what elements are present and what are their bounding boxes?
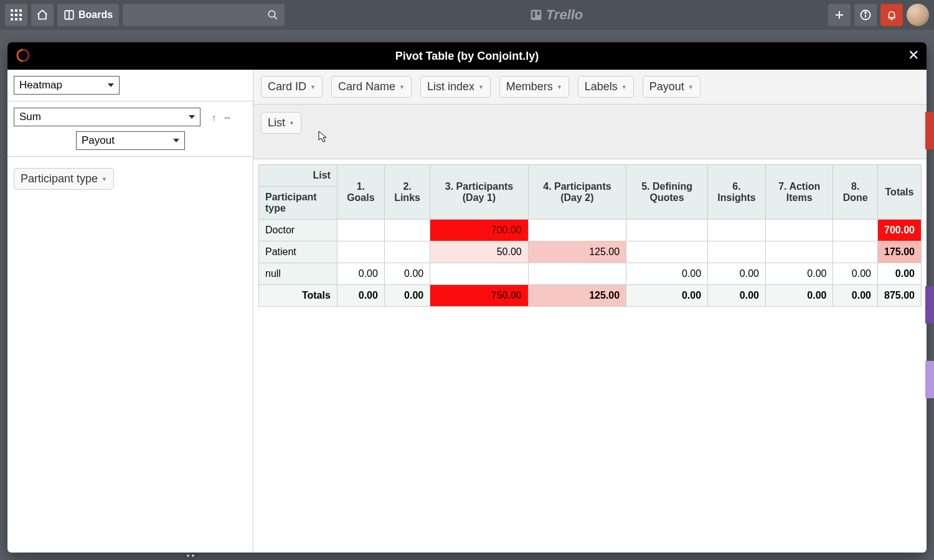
column-total-cell: 0.00 [626, 285, 708, 307]
trello-logo[interactable]: Trello [530, 7, 583, 23]
info-button[interactable] [854, 4, 877, 26]
row-label[interactable]: Patient [259, 241, 337, 263]
user-avatar[interactable] [907, 4, 929, 26]
column-header[interactable]: 2. Links [384, 165, 430, 220]
unused-field-pill[interactable]: Labels▼ [578, 76, 634, 98]
svg-rect-17 [537, 11, 539, 15]
column-field-label: List [268, 116, 285, 129]
chevron-down-icon [189, 115, 195, 119]
data-cell: 0.00 [626, 263, 708, 285]
pivot-modal: Pivot Table (by Conjoint.ly) ✕ Heatmap S… [7, 42, 927, 553]
totals-row: Totals0.000.00750.00125.000.000.000.000.… [259, 285, 922, 307]
svg-line-12 [274, 16, 277, 19]
column-total-cell: 125.00 [528, 285, 626, 307]
col-axis-label: List [259, 165, 337, 187]
modal-title: Pivot Table (by Conjoint.ly) [395, 50, 539, 63]
grand-total-cell: 875.00 [877, 285, 921, 307]
data-cell [765, 241, 833, 263]
apps-menu-button[interactable] [5, 4, 27, 26]
svg-rect-1 [15, 9, 17, 12]
search-bar[interactable] [123, 4, 285, 26]
data-cell [337, 241, 384, 263]
unused-field-pill[interactable]: Card Name▼ [331, 76, 412, 98]
trello-logo-area: Trello [288, 7, 824, 23]
dropdown-triangle-icon: ▼ [557, 84, 562, 90]
data-cell [708, 220, 766, 241]
data-cell [833, 241, 878, 263]
row-total-cell: 0.00 [877, 263, 921, 285]
column-total-cell: 0.00 [833, 285, 878, 307]
data-cell [337, 220, 384, 241]
column-total-cell: 0.00 [708, 285, 766, 307]
svg-rect-6 [11, 18, 13, 21]
table-row: Patient50.00125.00175.00 [259, 241, 922, 263]
column-header[interactable]: 5. Defining Quotes [626, 165, 708, 220]
column-header[interactable]: 8. Done [833, 165, 878, 220]
data-cell: 0.00 [708, 263, 766, 285]
board-background-peek [925, 112, 934, 436]
data-cell [833, 220, 878, 241]
home-button[interactable] [31, 4, 54, 26]
dropdown-triangle-icon: ▼ [688, 84, 694, 90]
row-label[interactable]: Doctor [259, 220, 337, 241]
boards-label: Boards [78, 9, 113, 21]
column-axis-zone[interactable]: List ▼ [253, 105, 927, 159]
column-total-cell: 750.00 [430, 285, 528, 307]
renderer-select[interactable]: Heatmap [14, 76, 120, 95]
aggregator-select[interactable]: Sum [14, 108, 200, 126]
row-total-cell: 175.00 [877, 241, 921, 263]
column-header[interactable]: 1. Goals [337, 165, 384, 220]
data-cell: 0.00 [833, 263, 878, 285]
svg-rect-0 [11, 9, 13, 12]
row-label[interactable]: null [259, 263, 337, 285]
unused-field-pill[interactable]: Payout▼ [643, 76, 700, 98]
row-field-label: Participant type [21, 172, 98, 185]
svg-rect-5 [19, 14, 22, 16]
column-header[interactable]: 3. Participants (Day 1) [430, 165, 528, 220]
dropdown-triangle-icon: ▼ [101, 176, 107, 182]
unused-field-pill[interactable]: Members▼ [499, 76, 569, 98]
modal-close-button[interactable]: ✕ [908, 47, 919, 63]
field-pill-label: List index [427, 80, 474, 93]
row-field-pill[interactable]: Participant type ▼ [14, 168, 114, 190]
data-cell [430, 263, 528, 285]
pivot-table: List1. Goals2. Links3. Participants (Day… [258, 164, 922, 307]
trello-top-bar: Boards Trello [0, 0, 934, 30]
chevron-down-icon [108, 83, 114, 87]
svg-rect-3 [11, 14, 13, 16]
swap-axes-button[interactable]: ↔ [223, 112, 232, 123]
row-total-cell: 700.00 [877, 220, 921, 241]
renderer-value: Heatmap [19, 79, 62, 91]
svg-rect-7 [15, 18, 17, 21]
svg-rect-4 [15, 14, 17, 16]
pivot-sidebar: Heatmap Sum ↑ ↔ Payout [7, 70, 253, 553]
value-field-select[interactable]: Payout [76, 131, 185, 150]
column-field-pill[interactable]: List ▼ [261, 112, 301, 134]
row-axis-label: Participant type [259, 187, 337, 220]
column-header[interactable]: 6. Insights [708, 165, 766, 220]
create-button[interactable] [828, 4, 851, 26]
sort-direction-button[interactable]: ↑ [212, 112, 217, 123]
dropdown-triangle-icon: ▼ [478, 84, 484, 90]
svg-rect-2 [19, 9, 22, 12]
field-pill-label: Labels [585, 80, 618, 93]
totals-header: Totals [877, 165, 921, 220]
field-pill-label: Payout [649, 80, 684, 93]
pivot-main: Card ID▼Card Name▼List index▼Members▼Lab… [253, 70, 927, 553]
unused-field-pill[interactable]: List index▼ [420, 76, 491, 98]
data-cell [765, 220, 833, 241]
column-header[interactable]: 4. Participants (Day 2) [528, 165, 626, 220]
mouse-cursor-icon [318, 131, 328, 143]
notifications-button[interactable] [880, 4, 903, 26]
data-cell [384, 241, 430, 263]
search-icon [267, 9, 278, 21]
svg-point-13 [187, 554, 189, 557]
column-header[interactable]: 7. Action Items [765, 165, 833, 220]
totals-row-label: Totals [259, 285, 337, 307]
column-total-cell: 0.00 [765, 285, 833, 307]
field-pill-label: Card Name [338, 80, 395, 93]
trello-brand-text: Trello [546, 7, 583, 23]
svg-point-14 [192, 554, 194, 557]
boards-button[interactable]: Boards [57, 4, 119, 26]
unused-field-pill[interactable]: Card ID▼ [261, 76, 323, 98]
